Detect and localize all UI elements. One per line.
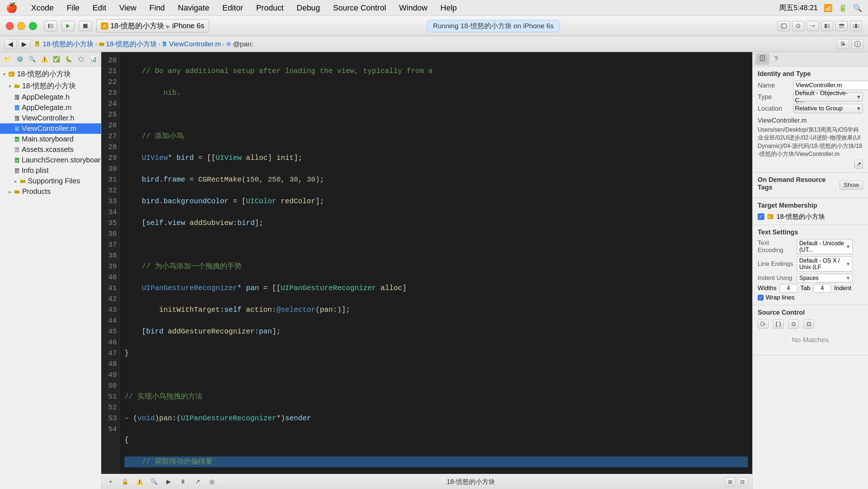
line-endings-select[interactable]: Default - OS X / Unix (LF ▼ <box>797 256 853 272</box>
sidebar-item-products[interactable]: ▸ Products <box>0 186 101 197</box>
sidebar-item-root[interactable]: ▾ A 18-愤怒的小方块 <box>0 68 101 80</box>
menu-edit[interactable]: Edit <box>90 3 109 13</box>
warning-bottom-button[interactable]: ⚠️ <box>135 477 145 486</box>
add-file-bottom-button[interactable]: + <box>106 477 116 486</box>
sc-branch-button[interactable]: ⊡ <box>803 319 814 329</box>
encoding-select[interactable]: Default - Unicode (UT... ▼ <box>797 239 853 254</box>
code-content[interactable]: // Do any additional setup after loading… <box>120 52 752 474</box>
run-button[interactable] <box>61 21 75 31</box>
pause-bottom-button[interactable]: ⏸ <box>178 477 188 486</box>
menu-file[interactable]: File <box>64 3 81 13</box>
breadcrumb-folder[interactable]: 18-愤怒的小方块 <box>106 39 157 49</box>
jump-bottom-button[interactable]: ↗ <box>192 477 203 486</box>
bottom-status-label: 18-愤怒的小方块 <box>221 477 720 486</box>
build-status: Running 18-愤怒的小方块 on iPhone 6s <box>213 20 773 32</box>
sidebar-item-assets[interactable]: IMG Assets.xcassets <box>0 144 101 155</box>
breadcrumb-file[interactable]: ViewController.m <box>169 40 221 48</box>
add-file-button[interactable] <box>837 39 849 49</box>
menu-view[interactable]: View <box>117 3 139 13</box>
titlebar-right-buttons: → <box>778 21 862 31</box>
layout-1-button[interactable] <box>821 21 833 31</box>
nav-warning-icon[interactable]: ⚠️ <box>40 55 49 64</box>
sidebar-item-appdelegate-h[interactable]: h AppDelegate.h <box>0 92 101 102</box>
sc-history-button[interactable]: ⊙ <box>788 319 799 329</box>
menu-search[interactable]: 🔍 <box>853 4 862 12</box>
nav-folder-icon[interactable]: 📁 <box>3 55 12 64</box>
menu-find[interactable]: Find <box>147 3 167 13</box>
toggle-navigator[interactable] <box>44 21 57 31</box>
nav-test-icon[interactable]: ✅ <box>52 55 61 64</box>
find-bottom-button[interactable]: 🔍 <box>149 477 159 486</box>
wrap-lines-row: ✓ Wrap lines <box>758 294 863 301</box>
menu-editor[interactable]: Editor <box>220 3 245 13</box>
sidebar-item-main-storyboard[interactable]: SB Main.storyboard <box>0 134 101 144</box>
sc-add-button[interactable] <box>758 319 769 329</box>
nav-source-icon[interactable]: ⚙️ <box>15 55 25 64</box>
play-bottom-button[interactable]: ▶ <box>163 477 174 486</box>
breadcrumb-method[interactable]: @pan: <box>233 40 253 48</box>
type-select[interactable]: Default - Objective-C... ▼ <box>793 92 863 102</box>
scheme-editor-button[interactable] <box>778 21 790 31</box>
close-button[interactable] <box>6 22 14 30</box>
layout-bottom-2[interactable]: ⊟ <box>737 477 748 486</box>
target-membership-section: Target Membership ✓ A 18-愤怒的小方块 <box>753 198 868 225</box>
menu-help[interactable]: Help <box>438 3 459 13</box>
nav-report-icon[interactable]: 📊 <box>89 55 98 64</box>
tab-quick-help[interactable]: ? <box>771 54 782 64</box>
sc-diff-button[interactable]: { } <box>773 319 784 329</box>
nav-search-icon[interactable]: 🔍 <box>27 55 37 64</box>
breadcrumb-project[interactable]: 18-愤怒的小方块 <box>43 39 94 49</box>
menu-source-control[interactable]: Source Control <box>331 3 388 13</box>
layout-2-button[interactable] <box>835 21 848 31</box>
nav-debug-icon[interactable]: 🐛 <box>64 55 73 64</box>
fullscreen-button[interactable] <box>29 22 37 30</box>
target-checkbox[interactable]: ✓ <box>758 213 764 220</box>
menu-window[interactable]: Window <box>397 3 430 13</box>
reveal-in-finder-button[interactable]: ↗ <box>854 160 863 169</box>
menu-product[interactable]: Product <box>254 3 286 13</box>
sidebar-item-launchscreen[interactable]: SB LaunchScreen.storyboard <box>0 155 101 165</box>
forward-button[interactable]: ▶ <box>18 39 30 49</box>
indent-width-input[interactable] <box>813 284 831 293</box>
sidebar-item-inner-folder[interactable]: ▾ 18-愤怒的小方块 <box>0 80 101 92</box>
apple-menu[interactable]: 🍎 <box>6 2 17 13</box>
method-icon <box>226 41 231 47</box>
sidebar-item-info-plist[interactable]: XML Info.plist <box>0 165 101 176</box>
layout-bottom-1[interactable]: ⊞ <box>725 477 736 486</box>
project-selector[interactable]: A 18-愤怒的小方块 ▸ iPhone 6s <box>96 19 209 33</box>
breakpoint-button[interactable] <box>792 21 804 31</box>
svg-rect-11 <box>839 26 844 28</box>
sidebar-label-main-storyboard: Main.storyboard <box>22 135 73 143</box>
sidebar-label-products: Products <box>22 187 51 196</box>
sidebar-item-supporting-files[interactable]: ▸ Supporting Files <box>0 176 101 186</box>
name-input[interactable] <box>793 81 868 90</box>
sidebar-item-viewcontroller-h[interactable]: h ViewController.h <box>0 113 101 123</box>
layout-3-button[interactable] <box>850 21 862 31</box>
sidebar-item-appdelegate-m[interactable]: m AppDelegate.m <box>0 102 101 113</box>
run-log-button[interactable]: → <box>807 21 819 31</box>
stop-button[interactable] <box>79 21 92 31</box>
menu-navigate[interactable]: Navigate <box>176 3 212 13</box>
sidebar-item-viewcontroller-m[interactable]: m ViewController.m <box>0 123 101 134</box>
back-button[interactable]: ◀ <box>4 39 17 49</box>
breadcrumb-sep-1: › <box>95 41 97 47</box>
tab-width-input[interactable] <box>779 284 797 293</box>
show-button[interactable]: Show <box>839 180 863 190</box>
lock-bottom-button[interactable]: 🔒 <box>120 477 130 486</box>
minimize-button[interactable] <box>17 22 25 30</box>
menu-debug[interactable]: Debug <box>294 3 322 13</box>
svg-rect-1 <box>50 24 53 28</box>
location-bottom-button[interactable]: ◎ <box>207 477 217 486</box>
tab-file-inspector[interactable] <box>756 54 769 65</box>
location-select[interactable]: Relative to Group ▼ <box>793 104 863 113</box>
wrap-lines-checkbox[interactable]: ✓ <box>758 295 763 301</box>
file-tree: ▾ A 18-愤怒的小方块 ▾ 18-愤怒的小方块 h AppD <box>0 67 101 198</box>
nav-breakpoint-icon[interactable]: ⬡ <box>76 55 86 64</box>
info-button[interactable]: ⓘ <box>851 39 864 49</box>
menu-xcode[interactable]: Xcode <box>29 3 56 13</box>
code-editor[interactable]: 20 21 22 23 24 25 26 27 28 29 30 31 32 3… <box>101 52 752 474</box>
chevron-down-icon-2: ▾ <box>9 83 11 89</box>
menu-wifi: 📶 <box>824 4 833 12</box>
indent-using-select[interactable]: Spaces ▼ <box>797 274 853 282</box>
chevron-right-icon-2: ▸ <box>9 189 11 195</box>
